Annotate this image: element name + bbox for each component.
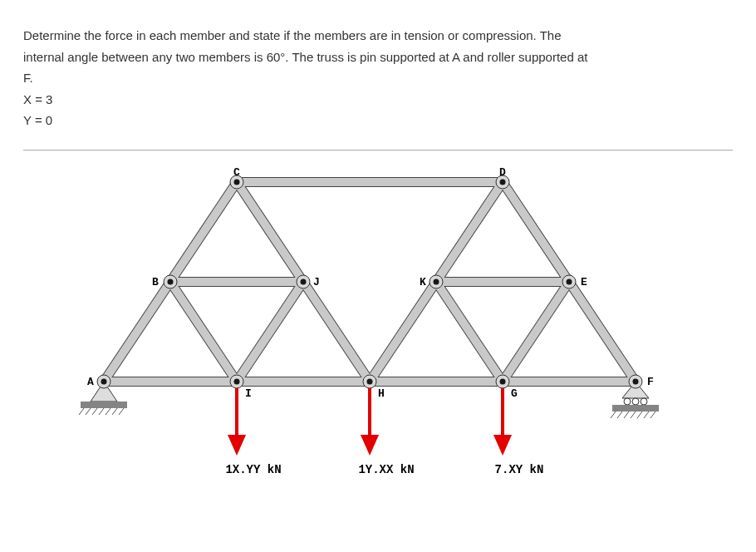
node-E [562, 275, 576, 288]
force-arrow-I [230, 388, 243, 451]
node-G [496, 375, 509, 388]
svg-line-48 [650, 412, 655, 418]
svg-line-23 [370, 282, 436, 382]
svg-rect-29 [81, 402, 127, 408]
force-arrow-G [496, 388, 509, 451]
label-G: G [511, 387, 518, 400]
label-E: E [581, 276, 587, 288]
svg-line-27 [436, 182, 503, 282]
problem-line-2: internal angle between any two members i… [23, 47, 733, 68]
svg-marker-72 [230, 436, 243, 451]
svg-point-62 [301, 278, 307, 284]
node-F [629, 375, 642, 388]
svg-line-35 [112, 408, 117, 415]
svg-line-47 [644, 412, 649, 418]
label-J: J [313, 276, 320, 288]
svg-line-20 [170, 282, 237, 382]
svg-point-68 [234, 179, 240, 185]
svg-point-39 [632, 398, 639, 405]
svg-point-38 [624, 398, 631, 405]
svg-line-44 [624, 412, 629, 418]
svg-point-54 [367, 378, 373, 384]
node-H [363, 375, 376, 388]
svg-point-66 [567, 278, 572, 284]
node-J [297, 275, 310, 288]
problem-line-1: Determine the force in each member and s… [23, 25, 733, 47]
problem-statement: Determine the force in each member and s… [23, 25, 733, 131]
svg-rect-41 [612, 405, 659, 412]
svg-line-46 [637, 412, 642, 418]
force-arrow-H [363, 388, 376, 451]
svg-line-22 [303, 282, 370, 382]
force-arrows [230, 388, 509, 451]
svg-point-70 [500, 179, 506, 185]
label-K: K [420, 276, 426, 288]
force-label-G: 7.XY kN [495, 463, 544, 476]
svg-line-36 [119, 408, 124, 415]
label-F: F [647, 376, 654, 388]
label-D: D [499, 166, 506, 179]
force-label-H: 1Y.XX kN [358, 463, 414, 476]
svg-line-24 [436, 282, 503, 382]
svg-line-31 [86, 408, 91, 415]
divider [23, 150, 733, 150]
svg-marker-76 [496, 436, 509, 451]
svg-line-30 [79, 408, 84, 415]
problem-line-3: F. [23, 67, 733, 89]
svg-point-56 [500, 378, 506, 384]
svg-point-64 [434, 278, 439, 284]
label-B: B [152, 276, 159, 288]
svg-line-45 [631, 412, 636, 418]
label-I: I [245, 387, 252, 400]
truss-figure: A B C D E F G H I J K 1X.YY kN 1Y.XX kN … [23, 165, 733, 481]
svg-marker-74 [363, 436, 376, 451]
svg-point-58 [633, 378, 639, 384]
svg-point-52 [234, 378, 240, 384]
x-equation: X = 3 [23, 89, 733, 111]
force-label-I: 1X.YY kN [225, 463, 281, 476]
svg-line-21 [237, 282, 303, 382]
svg-line-26 [237, 182, 303, 282]
svg-line-32 [92, 408, 97, 415]
svg-line-25 [503, 282, 569, 382]
svg-line-34 [106, 408, 110, 415]
members [104, 182, 636, 382]
label-H: H [378, 387, 385, 400]
svg-point-50 [101, 378, 107, 384]
svg-line-33 [99, 408, 104, 415]
svg-point-40 [641, 398, 647, 405]
y-equation: Y = 0 [23, 110, 733, 131]
node-I [230, 375, 243, 388]
svg-point-60 [168, 278, 174, 284]
svg-line-42 [611, 412, 616, 418]
node-B [164, 275, 177, 288]
svg-line-43 [617, 412, 622, 418]
label-C: C [233, 166, 240, 179]
force-labels: 1X.YY kN 1Y.XX kN 7.XY kN [225, 463, 543, 476]
node-A [97, 375, 110, 388]
node-K [430, 275, 443, 288]
label-A: A [87, 376, 94, 388]
